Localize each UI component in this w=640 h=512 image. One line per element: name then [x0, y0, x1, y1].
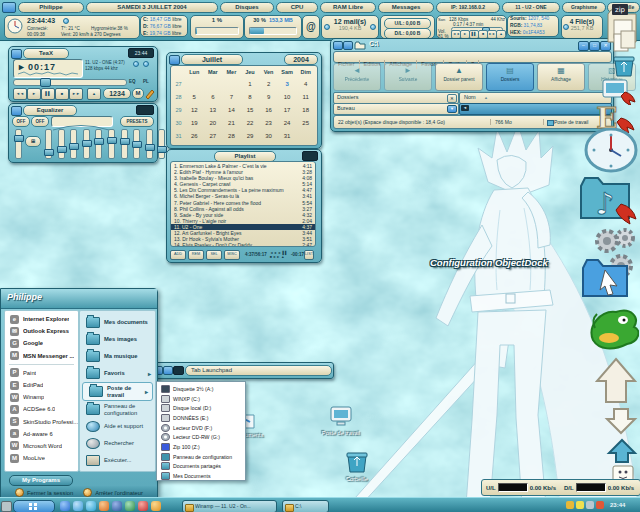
eq-auto-button[interactable]: OFF — [31, 116, 49, 127]
calendar-date[interactable]: 28 — [222, 130, 241, 143]
playlist-button[interactable]: ADD — [170, 250, 186, 260]
submenu-item[interactable]: Panneau de configuration — [157, 452, 245, 462]
playlist-button[interactable]: REM — [188, 250, 204, 260]
tree-item-bureau[interactable]: Bureau ▼ — [333, 103, 459, 115]
calendar-date[interactable]: 4 — [296, 78, 315, 91]
close-pane-button[interactable]: ✕ — [447, 94, 457, 103]
eq-band-slider[interactable] — [70, 129, 77, 159]
volume-slider[interactable] — [15, 129, 22, 159]
submenu-item[interactable]: Disque local (D:) — [157, 403, 245, 413]
calendar-date[interactable]: 25 — [296, 117, 315, 130]
calendar-date[interactable]: 27 — [204, 130, 223, 143]
submenu-item[interactable]: Mes Documents — [157, 471, 245, 481]
player-pause-button[interactable]: ▌▌ — [41, 88, 55, 100]
tab-cpu[interactable]: CPU — [276, 2, 318, 13]
mail-icon-panel[interactable]: @ — [302, 15, 320, 39]
player-menu-button[interactable] — [11, 49, 22, 59]
calendar-date[interactable] — [185, 78, 204, 91]
submenu-item[interactable]: DONNÉES (E:) — [157, 413, 245, 423]
objectdock-config-icon[interactable] — [577, 252, 639, 306]
balance-knob[interactable]: ⊞ — [25, 136, 41, 147]
app-item[interactable]: WWinamp — [5, 391, 78, 403]
place-item[interactable]: Ma musique — [80, 348, 155, 365]
eq-band-slider[interactable] — [58, 129, 65, 159]
lizard-icon[interactable] — [583, 300, 639, 358]
app-item[interactable]: PPaint — [5, 367, 78, 379]
explorer-sys-button2[interactable] — [343, 41, 353, 50]
tray-icon-2[interactable] — [576, 501, 584, 509]
word-icon[interactable] — [112, 501, 122, 511]
place-item[interactable]: Panneau de configuration — [80, 401, 155, 418]
task-winamp[interactable]: Winamp — 11. U2 - On... — [182, 500, 277, 512]
launchpad-titlebar[interactable]: Tab Launchpad — [150, 362, 334, 379]
session-button[interactable]: Arrêter l'ordinateur — [83, 488, 143, 497]
explorer-sys-button[interactable] — [333, 41, 343, 50]
pinned-app-item[interactable]: MMSN Messenger ... — [5, 350, 78, 362]
music-folder-icon[interactable]: ♪ — [577, 170, 639, 231]
calendar-date[interactable] — [296, 130, 315, 143]
calendar-date[interactable]: 15 — [241, 104, 260, 117]
taskbar-corner-icon[interactable] — [1, 501, 12, 512]
calendar-date[interactable]: 12 — [185, 104, 204, 117]
calendar-month[interactable]: Juillet — [181, 54, 243, 65]
eq-band-slider[interactable] — [133, 129, 140, 159]
calendar-date[interactable]: 20 — [204, 117, 223, 130]
player-eject-button[interactable]: ▲ — [87, 88, 101, 100]
minimize-button[interactable]: – — [578, 41, 589, 51]
session-button[interactable]: Fermer la session — [15, 488, 73, 497]
calendar-date[interactable]: 30 — [259, 130, 278, 143]
start-button[interactable] — [13, 500, 55, 512]
topbar-start-icon[interactable] — [2, 2, 16, 13]
playlist-button[interactable]: SEL — [206, 250, 222, 260]
calendar-date[interactable]: 6 — [204, 91, 223, 104]
calendar-date[interactable]: 18 — [296, 104, 315, 117]
tab-track[interactable]: 11 - U2 - ONE — [502, 2, 560, 13]
submenu-item[interactable]: Documents partagés — [157, 462, 245, 472]
submenu-item[interactable]: Zip 100 (Z:) — [157, 442, 245, 452]
tray-icon-4[interactable] — [596, 501, 604, 509]
my-programs-button[interactable]: My Programs — [9, 475, 73, 486]
player-next-button[interactable]: ►► — [69, 88, 83, 100]
calendar-date[interactable]: 17 — [278, 104, 297, 117]
toolbar-button[interactable]: ◄Précédente — [333, 63, 381, 91]
submenu-item[interactable]: Disquette 3½ (A:) — [157, 384, 245, 394]
pencil-icon[interactable] — [145, 88, 155, 99]
outlook-icon[interactable] — [73, 501, 83, 511]
toolbar-button[interactable]: ►Suivante — [384, 63, 432, 91]
calendar-date[interactable]: 1 — [241, 78, 260, 91]
app-item[interactable]: AACDSee 6.0 — [5, 403, 78, 415]
calendar-year[interactable]: 2004 — [284, 54, 318, 65]
toolbar-button[interactable]: ▦Affichage — [537, 63, 585, 91]
pinned-app-item[interactable]: ✉Outlook Express — [5, 325, 78, 337]
player-stop-button[interactable]: ■ — [55, 88, 69, 100]
calendar-date[interactable] — [204, 78, 223, 91]
eq-on-button[interactable]: OFF — [12, 116, 30, 127]
toolbar-button[interactable]: ▲Dossier parent — [435, 63, 483, 91]
eq-band-slider[interactable] — [158, 129, 165, 159]
app-item[interactable]: WMicrosoft Word — [5, 440, 78, 452]
tab-disques[interactable]: Disques — [220, 2, 274, 13]
toolbar-button[interactable]: ▤Dossiers — [486, 63, 534, 91]
launchpad-button3[interactable] — [173, 366, 184, 375]
calendar-date[interactable]: 13 — [204, 104, 223, 117]
playlist-button[interactable]: MISC — [224, 250, 240, 260]
calendar-date[interactable]: 14 — [222, 104, 241, 117]
calendar-date[interactable]: 2 — [259, 78, 278, 91]
app-item[interactable]: EEditPad — [5, 379, 78, 391]
place-item[interactable]: Favoris▸ — [80, 365, 155, 382]
app-item[interactable]: MMooLive — [5, 452, 78, 464]
scroll-left-icon[interactable]: ◄ — [461, 105, 469, 111]
eq-menu-button[interactable] — [11, 106, 22, 116]
place-item[interactable]: Poste de travail▸ — [82, 382, 153, 401]
calendar-date[interactable]: 24 — [278, 117, 297, 130]
opera-icon[interactable] — [138, 501, 148, 511]
app-item[interactable]: SSkinStudio Professi... — [5, 416, 78, 428]
media-player-icon[interactable] — [99, 501, 109, 511]
player-seek-slider[interactable] — [13, 79, 127, 86]
pl-toggle[interactable]: PL — [143, 79, 149, 84]
eq-band-slider[interactable] — [83, 129, 90, 159]
pinned-app-item[interactable]: GGoogle — [5, 337, 78, 349]
download-arrow-icon[interactable] — [603, 406, 639, 440]
tray-icon-3[interactable] — [586, 501, 594, 509]
player-prev-button[interactable]: ◄◄ — [13, 88, 27, 100]
